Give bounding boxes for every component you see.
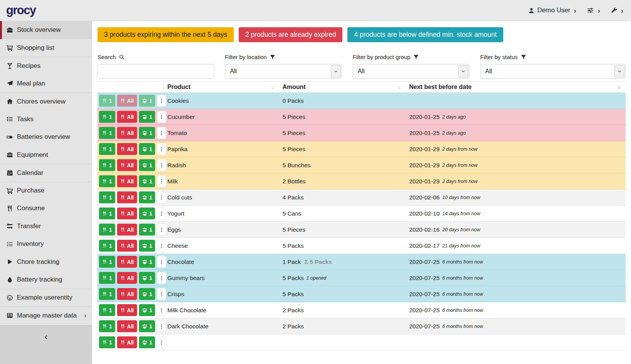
open-one-button[interactable]: 1 [139, 320, 155, 332]
select-dropdown-button[interactable] [614, 65, 624, 77]
open-one-button[interactable]: 1 [139, 256, 155, 268]
consume-all-button[interactable]: All [117, 304, 137, 316]
date-relative: 2 days ago [442, 130, 466, 136]
consume-all-button[interactable]: All [117, 272, 137, 284]
sidebar-item-chore-tracking[interactable]: Chore tracking [0, 253, 92, 271]
open-one-button[interactable]: 1 [139, 111, 155, 123]
sidebar-item-shopping-list[interactable]: Shopping list [0, 39, 92, 57]
sidebar-item-battery-tracking[interactable]: Battery tracking [0, 271, 92, 289]
consume-one-button[interactable]: 1 [99, 95, 115, 107]
consume-one-button[interactable]: 1 [99, 127, 115, 139]
button-label: 1 [149, 339, 152, 346]
settings-menu[interactable]: › [586, 7, 600, 14]
column-header-product[interactable]: Product↑↓ [164, 84, 279, 91]
sidebar-item-chores-overview[interactable]: Chores overview [0, 92, 92, 110]
search-input[interactable] [97, 64, 214, 79]
select-dropdown-button[interactable] [458, 65, 468, 77]
sidebar-item-equipment[interactable]: Equipment [0, 146, 92, 164]
consume-one-button[interactable]: 1 [99, 272, 115, 284]
open-one-button[interactable]: 1 [139, 191, 155, 203]
consume-one-button[interactable]: 1 [99, 111, 115, 123]
consume-one-button[interactable]: 1 [99, 320, 115, 332]
utensils-icon [120, 275, 125, 280]
sidebar-item-purchase[interactable]: Purchase [0, 182, 92, 200]
open-one-button[interactable]: 1 [139, 272, 155, 284]
consume-one-button[interactable]: 1 [99, 143, 115, 155]
product-amount: 5 Pieces [279, 109, 405, 125]
consume-one-button[interactable]: 1 [99, 288, 115, 300]
select-dropdown-button[interactable] [331, 65, 341, 77]
smiley-icon [6, 294, 13, 301]
consume-one-button[interactable]: 1 [99, 208, 115, 219]
info-alert[interactable]: 4 products are below defined min. stock … [347, 27, 503, 42]
button-label: All [127, 211, 134, 217]
consume-all-button[interactable]: All [117, 208, 137, 219]
open-one-button[interactable]: 1 [139, 208, 155, 219]
sidebar-item-batteries-overview[interactable]: Batteries overview [0, 128, 92, 146]
consume-one-button[interactable]: 1 [99, 304, 115, 316]
sidebar-item-example-userentity[interactable]: Example userentity [0, 289, 92, 307]
open-one-button[interactable]: 1 [139, 224, 155, 236]
open-one-button[interactable]: 1 [139, 159, 155, 171]
warning-alert[interactable]: 3 products expiring within the next 5 da… [97, 27, 234, 42]
open-one-button[interactable]: 1 [139, 143, 155, 155]
sidebar-item-meal-plan[interactable]: Meal plan [0, 75, 92, 93]
button-label: 1 [109, 146, 112, 152]
sidebar-item-stock-overview[interactable]: Stock overview [0, 21, 92, 39]
sidebar-item-manage-master-data[interactable]: Manage master data› [0, 306, 92, 324]
sidebar-item-recipes[interactable]: Recipes [0, 57, 92, 75]
consume-one-button[interactable]: 1 [99, 159, 115, 171]
consume-all-button[interactable]: All [117, 191, 137, 203]
admin-menu[interactable]: › [611, 7, 623, 14]
column-header-next-best-before-date[interactable]: Next best before date↑↓ [405, 84, 626, 91]
consume-all-button[interactable]: All [117, 288, 137, 300]
consume-all-button[interactable]: All [117, 256, 137, 268]
sidebar-collapse-button[interactable]: ‹ [0, 325, 92, 364]
open-one-button[interactable]: 1 [139, 240, 155, 252]
sidebar-item-tasks[interactable]: Tasks [0, 110, 92, 128]
best-before-date [405, 93, 626, 109]
sidebar-item-inventory[interactable]: Inventory [0, 235, 92, 253]
open-one-button[interactable]: 1 [139, 336, 155, 348]
consume-all-button[interactable]: All [117, 175, 137, 187]
utensils-icon [120, 227, 125, 232]
consume-all-button[interactable]: All [117, 127, 137, 139]
consume-all-button[interactable]: All [117, 143, 137, 155]
consume-all-button[interactable]: All [117, 240, 137, 252]
consume-one-button[interactable]: 1 [99, 336, 115, 348]
open-one-button[interactable]: 1 [139, 95, 155, 107]
open-one-button[interactable]: 1 [139, 288, 155, 300]
consume-all-button[interactable]: All [117, 111, 137, 123]
location-filter-label: Filter by location [225, 54, 342, 60]
consume-one-button[interactable]: 1 [99, 191, 115, 203]
consume-all-button[interactable]: All [117, 95, 137, 107]
user-menu[interactable]: Demo User › [528, 7, 576, 14]
sidebar-item-transfer[interactable]: Transfer [0, 217, 92, 236]
status-filter-select[interactable]: All [480, 64, 626, 79]
status-filter-value: All [481, 68, 614, 75]
location-filter-select[interactable]: All [225, 64, 342, 79]
button-label: 1 [109, 275, 112, 281]
row-actions: 1All1 [97, 189, 164, 205]
product-name: Paprika [164, 141, 279, 157]
open-one-button[interactable]: 1 [139, 304, 155, 316]
consume-one-button[interactable]: 1 [99, 175, 115, 187]
column-header-amount[interactable]: Amount↑↓ [279, 84, 405, 91]
sidebar-item-consume[interactable]: Consume [0, 199, 92, 217]
button-label: 1 [109, 178, 112, 184]
consume-all-button[interactable]: All [117, 320, 137, 332]
app-logo[interactable]: grocy [6, 3, 36, 17]
sidebar-item-calendar[interactable]: Calendar [0, 164, 92, 182]
consume-all-button[interactable]: All [117, 224, 137, 236]
open-one-button[interactable]: 1 [139, 127, 155, 139]
button-label: 1 [109, 130, 112, 136]
open-one-button[interactable]: 1 [139, 175, 155, 187]
consume-all-button[interactable]: All [117, 336, 137, 348]
amount-aggregated: Σ 5 Packs [304, 259, 332, 265]
consume-one-button[interactable]: 1 [99, 256, 115, 268]
consume-one-button[interactable]: 1 [99, 240, 115, 252]
consume-one-button[interactable]: 1 [99, 224, 115, 236]
danger-alert[interactable]: 2 products are already expired [239, 27, 342, 42]
product-group-filter-select[interactable]: All [353, 64, 469, 79]
consume-all-button[interactable]: All [117, 159, 137, 171]
